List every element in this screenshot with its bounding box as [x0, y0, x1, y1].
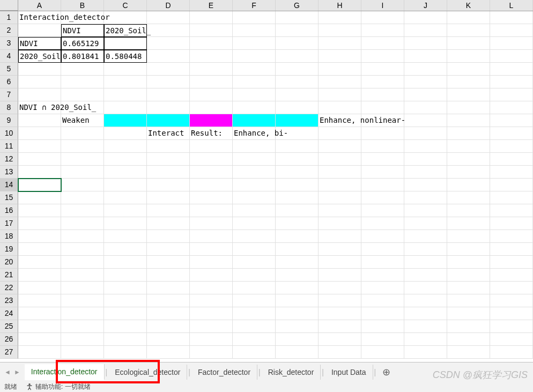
cell-G7[interactable] [276, 88, 319, 101]
row-header-16[interactable]: 16 [0, 204, 18, 217]
cell-E7[interactable] [190, 88, 233, 101]
col-header-C[interactable]: C [104, 0, 147, 11]
col-header-K[interactable]: K [447, 0, 490, 11]
cell-J26[interactable] [404, 333, 447, 346]
cell-H5[interactable] [319, 63, 361, 76]
cell-B18[interactable] [61, 230, 104, 243]
row-header-15[interactable]: 15 [0, 191, 18, 204]
cell-D24[interactable] [147, 307, 190, 320]
cell-K8[interactable] [447, 101, 490, 114]
cell-F20[interactable] [233, 256, 276, 269]
cell-J17[interactable] [404, 217, 447, 230]
cell-L25[interactable] [490, 320, 533, 333]
cell-E15[interactable] [190, 191, 233, 204]
cell-F14[interactable] [233, 179, 276, 191]
cell-H16[interactable] [319, 204, 361, 217]
cell-H21[interactable] [319, 269, 361, 282]
col-header-A[interactable]: A [18, 0, 61, 11]
cell-H18[interactable] [319, 230, 361, 243]
cell-F16[interactable] [233, 204, 276, 217]
cell-L1[interactable] [490, 11, 533, 24]
row-header-6[interactable]: 6 [0, 76, 18, 88]
cell-L26[interactable] [490, 333, 533, 346]
cell-F6[interactable] [233, 76, 276, 88]
cell-D3[interactable] [147, 37, 190, 50]
cell-B20[interactable] [61, 256, 104, 269]
cell-D8[interactable] [147, 101, 190, 114]
cell-L20[interactable] [490, 256, 533, 269]
cell-E5[interactable] [190, 63, 233, 76]
cell-A8[interactable]: NDVI ∩ 2020_Soil_ [18, 101, 61, 114]
row-header-24[interactable]: 24 [0, 307, 18, 320]
cell-I12[interactable] [361, 153, 404, 166]
tab-risk-detector[interactable]: Risk_detector [262, 365, 321, 380]
cell-F9[interactable] [233, 114, 276, 127]
cell-D12[interactable] [147, 153, 190, 166]
row-header-7[interactable]: 7 [0, 88, 18, 101]
cell-A11[interactable] [18, 140, 61, 153]
cell-G1[interactable] [276, 11, 319, 24]
cell-I3[interactable] [361, 37, 404, 50]
row-header-1[interactable]: 1 [0, 11, 18, 24]
row-header-10[interactable]: 10 [0, 127, 18, 140]
cell-C25[interactable] [104, 320, 147, 333]
cell-H24[interactable] [319, 307, 361, 320]
cell-C10[interactable] [104, 127, 147, 140]
cell-A7[interactable] [18, 88, 61, 101]
cell-E25[interactable] [190, 320, 233, 333]
cell-G14[interactable] [276, 179, 319, 191]
cell-J19[interactable] [404, 243, 447, 256]
cell-H6[interactable] [319, 76, 361, 88]
cell-A25[interactable] [18, 320, 61, 333]
cell-C20[interactable] [104, 256, 147, 269]
cell-C27[interactable] [104, 346, 147, 359]
cell-G9[interactable] [276, 114, 319, 127]
cell-K6[interactable] [447, 76, 490, 88]
cell-D7[interactable] [147, 88, 190, 101]
cell-F8[interactable] [233, 101, 276, 114]
cell-G11[interactable] [276, 140, 319, 153]
cell-I8[interactable] [361, 101, 404, 114]
cell-B23[interactable] [61, 294, 104, 307]
cell-J11[interactable] [404, 140, 447, 153]
col-header-D[interactable]: D [147, 0, 190, 11]
cell-C14[interactable] [104, 179, 147, 191]
cell-F2[interactable] [233, 24, 276, 37]
cell-J2[interactable] [404, 24, 447, 37]
cell-L16[interactable] [490, 204, 533, 217]
select-all-corner[interactable] [0, 0, 18, 11]
cell-K26[interactable] [447, 333, 490, 346]
cell-H2[interactable] [319, 24, 361, 37]
cell-G17[interactable] [276, 217, 319, 230]
cell-H20[interactable] [319, 256, 361, 269]
cell-E22[interactable] [190, 282, 233, 294]
cell-L14[interactable] [490, 179, 533, 191]
cell-K10[interactable] [447, 127, 490, 140]
cell-C7[interactable] [104, 88, 147, 101]
cell-A16[interactable] [18, 204, 61, 217]
cell-I5[interactable] [361, 63, 404, 76]
cell-E16[interactable] [190, 204, 233, 217]
cell-L3[interactable] [490, 37, 533, 50]
cell-E12[interactable] [190, 153, 233, 166]
cell-K17[interactable] [447, 217, 490, 230]
col-header-J[interactable]: J [404, 0, 447, 11]
cell-L18[interactable] [490, 230, 533, 243]
cell-D9[interactable] [147, 114, 190, 127]
cell-K15[interactable] [447, 191, 490, 204]
cell-I18[interactable] [361, 230, 404, 243]
cell-B2[interactable]: NDVI [61, 24, 104, 37]
cell-K16[interactable] [447, 204, 490, 217]
cell-K3[interactable] [447, 37, 490, 50]
cell-G8[interactable] [276, 101, 319, 114]
cell-I7[interactable] [361, 88, 404, 101]
cell-H14[interactable] [319, 179, 361, 191]
cell-E26[interactable] [190, 333, 233, 346]
cell-J23[interactable] [404, 294, 447, 307]
cell-K1[interactable] [447, 11, 490, 24]
tab-factor-detector[interactable]: Factor_detector [191, 365, 257, 380]
cell-C4[interactable]: 0.580448 [104, 50, 147, 63]
cell-K21[interactable] [447, 269, 490, 282]
cell-H4[interactable] [319, 50, 361, 63]
cell-J27[interactable] [404, 346, 447, 359]
